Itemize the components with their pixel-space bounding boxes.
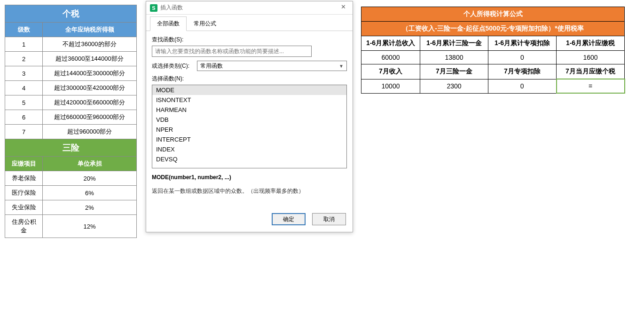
- cell[interactable]: 超过300000至420000部分: [43, 81, 137, 95]
- table-row[interactable]: 4超过300000至420000部分: [5, 81, 137, 95]
- cell-header[interactable]: 1-6月累计三险一金: [420, 36, 488, 51]
- cell[interactable]: 60000: [361, 51, 420, 64]
- table-row[interactable]: 3超过144000至300000部分: [5, 66, 137, 81]
- cell-header[interactable]: 1-6月累计应缴税: [557, 36, 625, 51]
- table-row[interactable]: 1不超过36000的部分: [5, 37, 137, 52]
- list-item[interactable]: ISNONTEXT: [152, 95, 346, 105]
- tax-bracket-table: 个税 级数 全年应纳税所得额 1不超过36000的部分 2超过36000至144…: [5, 5, 137, 238]
- cell[interactable]: 3: [5, 66, 43, 81]
- list-item[interactable]: MODE: [152, 85, 346, 95]
- table-row[interactable]: 6超过660000至960000部分: [5, 110, 137, 125]
- cell[interactable]: 10000: [361, 79, 420, 93]
- dialog-tabs: 全部函数 常用公式: [146, 16, 353, 31]
- table-row[interactable]: 医疗保险6%: [5, 186, 137, 200]
- cell[interactable]: 1600: [557, 51, 625, 64]
- function-list[interactable]: MODE ISNONTEXT HARMEAN VDB NPER INTERCEP…: [152, 85, 347, 168]
- cell[interactable]: 6%: [43, 186, 137, 200]
- list-item[interactable]: VDB: [152, 115, 346, 125]
- cell-header[interactable]: 7月专项扣除: [488, 64, 557, 79]
- cell-header[interactable]: 7月当月应缴个税: [557, 64, 625, 79]
- category-select[interactable]: 常用函数 ▼: [197, 61, 347, 71]
- col-level-header: 级数: [5, 23, 43, 37]
- function-description-text: 返回在某一数组或数据区域中的众数。（出现频率最多的数）: [152, 187, 347, 195]
- dialog-titlebar[interactable]: S 插入函数 ✕: [146, 1, 353, 15]
- tab-all-functions[interactable]: 全部函数: [150, 16, 187, 31]
- cell-header[interactable]: 1-6月累计专项扣除: [488, 36, 557, 51]
- search-label: 查找函数(S):: [152, 36, 347, 44]
- search-input[interactable]: [152, 46, 312, 57]
- table-row[interactable]: 住房公积金12%: [5, 215, 137, 238]
- list-item[interactable]: HARMEAN: [152, 105, 346, 115]
- calc-subtitle: （工资收入-三险一金-起征点5000元-专项附加扣除）*使用税率: [361, 22, 625, 36]
- list-item[interactable]: INTERCEPT: [152, 135, 346, 144]
- col-company-header: 单位承担: [43, 157, 137, 171]
- cell[interactable]: 5: [5, 95, 43, 110]
- cell[interactable]: 12%: [43, 215, 137, 238]
- cell[interactable]: 养老保险: [5, 171, 43, 186]
- tab-common-formulas[interactable]: 常用公式: [187, 16, 223, 31]
- table-row[interactable]: 失业保险2%: [5, 200, 137, 215]
- cell[interactable]: 4: [5, 81, 43, 95]
- insurance-title: 三险: [5, 139, 137, 157]
- col-range-header: 全年应纳税所得额: [43, 23, 137, 37]
- formula-cell[interactable]: =: [557, 79, 625, 93]
- table-row[interactable]: 养老保险20%: [5, 171, 137, 186]
- cell[interactable]: 不超过36000的部分: [43, 37, 137, 52]
- category-value: 常用函数: [200, 62, 223, 70]
- category-label: 或选择类别(C):: [152, 62, 189, 70]
- close-icon[interactable]: ✕: [338, 3, 349, 13]
- cell[interactable]: 超过144000至300000部分: [43, 66, 137, 81]
- cell[interactable]: 超过420000至660000部分: [43, 95, 137, 110]
- cell-header[interactable]: 7月三险一金: [420, 64, 488, 79]
- cell[interactable]: 住房公积金: [5, 215, 43, 238]
- table-row[interactable]: 2超过36000至144000部分: [5, 52, 137, 66]
- select-function-label: 选择函数(N):: [152, 75, 347, 83]
- wps-icon: S: [150, 4, 157, 12]
- cell[interactable]: 0: [488, 51, 557, 64]
- function-signature: MODE(number1, number2, ...): [152, 174, 347, 181]
- chevron-down-icon: ▼: [339, 63, 344, 69]
- cell[interactable]: 1: [5, 37, 43, 52]
- cell[interactable]: 2%: [43, 200, 137, 215]
- cell[interactable]: 13800: [420, 51, 488, 64]
- cell[interactable]: 失业保险: [5, 200, 43, 215]
- cell-header[interactable]: 7月收入: [361, 64, 420, 79]
- insert-function-dialog: S 插入函数 ✕ 全部函数 常用公式 查找函数(S): 或选择类别(C): 常用…: [146, 1, 353, 232]
- table-row[interactable]: 7超过960000部分: [5, 125, 137, 139]
- table-row[interactable]: 5超过420000至660000部分: [5, 95, 137, 110]
- list-item[interactable]: INDEX: [152, 144, 346, 154]
- cell[interactable]: 2300: [420, 79, 488, 93]
- tax-title: 个税: [5, 5, 137, 23]
- cell[interactable]: 超过36000至144000部分: [43, 52, 137, 66]
- cell[interactable]: 20%: [43, 171, 137, 186]
- calc-title: 个人所得税计算公式: [361, 7, 625, 22]
- cell[interactable]: 7: [5, 125, 43, 139]
- cell[interactable]: 6: [5, 110, 43, 125]
- col-item-header: 应缴项目: [5, 157, 43, 171]
- tax-calc-table: 个人所得税计算公式 （工资收入-三险一金-起征点5000元-专项附加扣除）*使用…: [361, 7, 625, 94]
- ok-button[interactable]: 确定: [272, 213, 306, 225]
- cell[interactable]: 0: [488, 79, 557, 93]
- cell[interactable]: 超过660000至960000部分: [43, 110, 137, 125]
- list-item[interactable]: DEVSQ: [152, 154, 346, 164]
- cancel-button[interactable]: 取消: [312, 213, 346, 225]
- function-description: MODE(number1, number2, ...) 返回在某一数组或数据区域…: [152, 174, 347, 195]
- dialog-title: 插入函数: [160, 4, 338, 12]
- cell[interactable]: 医疗保险: [5, 186, 43, 200]
- cell[interactable]: 2: [5, 52, 43, 66]
- list-item[interactable]: NPER: [152, 125, 346, 135]
- cell-header[interactable]: 1-6月累计总收入: [361, 36, 420, 51]
- cell[interactable]: 超过960000部分: [43, 125, 137, 139]
